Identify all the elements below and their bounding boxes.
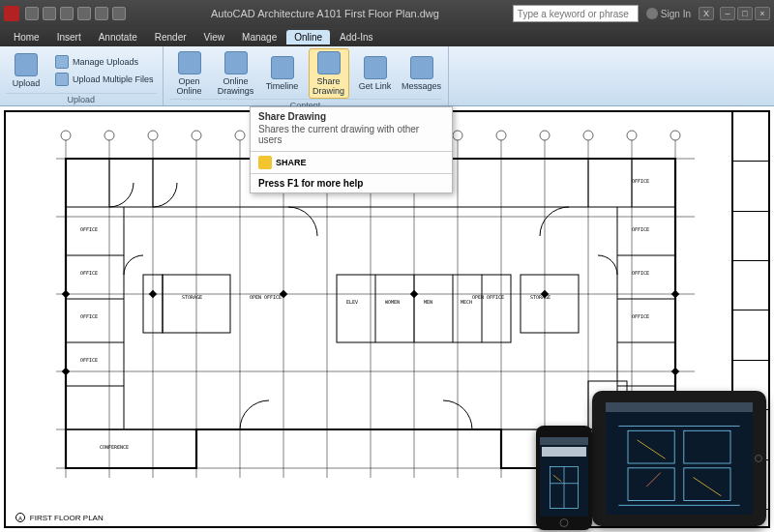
svg-point-31 bbox=[496, 131, 506, 140]
mobile-devices-overlay bbox=[592, 391, 766, 526]
svg-point-24 bbox=[192, 131, 201, 140]
room-label-mech: MECH bbox=[461, 299, 472, 305]
user-icon bbox=[646, 8, 658, 19]
tooltip-title: Share Drawing bbox=[251, 107, 452, 124]
qat-redo-icon[interactable] bbox=[95, 7, 108, 20]
get-link-button[interactable]: Get Link bbox=[355, 53, 396, 94]
svg-point-22 bbox=[104, 131, 114, 140]
tablet-screen bbox=[606, 402, 753, 515]
minimize-button[interactable]: – bbox=[720, 7, 735, 20]
search-input[interactable] bbox=[513, 5, 639, 22]
room-label-office-r1: OFFICE bbox=[632, 178, 649, 184]
phone-device bbox=[536, 426, 592, 530]
svg-rect-53 bbox=[66, 429, 196, 468]
title-bar: AutoCAD Architecture A101 First Floor Pl… bbox=[0, 0, 774, 27]
ribbon: Upload Manage Uploads Upload Multiple Fi… bbox=[0, 46, 774, 106]
globe-drawings-icon bbox=[224, 51, 248, 74]
room-label-office-l2: OFFICE bbox=[80, 270, 98, 276]
room-label-storage: STORAGE bbox=[182, 294, 202, 300]
svg-rect-74 bbox=[684, 468, 730, 501]
close-button[interactable]: × bbox=[755, 7, 770, 20]
timeline-button[interactable]: Timeline bbox=[262, 53, 303, 94]
open-online-button[interactable]: Open Online bbox=[169, 48, 210, 99]
app-logo-icon bbox=[4, 6, 19, 21]
svg-point-34 bbox=[627, 131, 637, 140]
svg-rect-61 bbox=[521, 275, 579, 333]
qat-save-icon[interactable] bbox=[60, 7, 74, 20]
qat-undo-icon[interactable] bbox=[77, 7, 91, 20]
svg-point-25 bbox=[235, 131, 245, 140]
room-label-office-r3: OFFICE bbox=[632, 270, 649, 276]
room-label-office-l1: OFFICE bbox=[80, 226, 98, 232]
tab-home[interactable]: Home bbox=[6, 30, 47, 44]
tab-annotate[interactable]: Annotate bbox=[91, 30, 145, 44]
window-controls: – □ × bbox=[720, 7, 770, 20]
svg-point-21 bbox=[61, 131, 71, 140]
svg-rect-71 bbox=[628, 430, 674, 463]
room-label-women: WOMEN bbox=[385, 299, 400, 305]
svg-rect-66 bbox=[410, 290, 418, 298]
tooltip-share-drawing: Share Drawing Shares the current drawing… bbox=[250, 106, 453, 193]
cloud-upload-icon bbox=[15, 53, 38, 76]
room-label-office-l3: OFFICE bbox=[80, 313, 98, 319]
sign-in-label: Sign In bbox=[661, 9, 691, 19]
online-drawings-button[interactable]: Online Drawings bbox=[216, 48, 256, 99]
maximize-button[interactable]: □ bbox=[737, 7, 753, 20]
svg-rect-54 bbox=[337, 275, 511, 342]
svg-point-32 bbox=[540, 131, 550, 140]
sign-in-button[interactable]: Sign In bbox=[646, 8, 691, 19]
tab-view[interactable]: View bbox=[196, 30, 233, 44]
svg-point-23 bbox=[148, 131, 158, 140]
svg-rect-72 bbox=[684, 430, 730, 463]
qat-new-icon[interactable] bbox=[25, 7, 39, 20]
gear-icon bbox=[55, 55, 69, 69]
room-label-open-office: OPEN OFFICE bbox=[250, 294, 282, 300]
svg-point-33 bbox=[583, 131, 593, 140]
room-label-storage2: STORAGE bbox=[530, 294, 551, 300]
room-label-men: MEN bbox=[424, 299, 432, 305]
room-label-office-l4: OFFICE bbox=[80, 357, 98, 363]
tablet-home-button-icon bbox=[755, 455, 762, 462]
room-label-office-r2: OFFICE bbox=[632, 226, 649, 232]
svg-rect-64 bbox=[149, 290, 157, 298]
ribbon-group-content: Open Online Online Drawings Timeline Sha… bbox=[164, 46, 449, 105]
tab-online[interactable]: Online bbox=[286, 30, 330, 44]
envelope-icon bbox=[410, 56, 433, 79]
tablet-device bbox=[592, 391, 766, 526]
svg-rect-63 bbox=[62, 290, 70, 298]
tab-insert[interactable]: Insert bbox=[49, 30, 89, 44]
quick-access-toolbar bbox=[25, 7, 126, 20]
svg-rect-73 bbox=[628, 468, 674, 501]
room-label-office-r4: OFFICE bbox=[632, 313, 649, 319]
share-badge-icon bbox=[258, 156, 272, 169]
room-label-conference: CONFERENCE bbox=[100, 444, 129, 450]
svg-point-35 bbox=[670, 131, 680, 140]
share-icon bbox=[317, 51, 341, 74]
files-icon bbox=[55, 73, 69, 86]
room-label-open-office2: OPEN OFFICE bbox=[472, 294, 504, 300]
qat-print-icon[interactable] bbox=[112, 7, 126, 20]
ribbon-group-upload: Upload Manage Uploads Upload Multiple Fi… bbox=[0, 46, 164, 105]
upload-multiple-button[interactable]: Upload Multiple Files bbox=[52, 72, 157, 87]
globe-open-icon bbox=[178, 51, 201, 74]
upload-button[interactable]: Upload bbox=[6, 50, 46, 91]
tooltip-help: Press F1 for more help bbox=[251, 173, 452, 192]
share-drawing-button[interactable]: Share Drawing bbox=[309, 48, 349, 99]
svg-rect-69 bbox=[62, 368, 70, 375]
phone-home-button-icon bbox=[560, 518, 569, 527]
tooltip-description: Shares the current drawing with other us… bbox=[251, 124, 452, 151]
tooltip-share-row: SHARE bbox=[251, 152, 452, 173]
svg-point-30 bbox=[453, 131, 462, 140]
tab-manage[interactable]: Manage bbox=[234, 30, 284, 44]
phone-screen bbox=[540, 437, 588, 517]
ribbon-tabs: Home Insert Annotate Render View Manage … bbox=[0, 27, 774, 46]
room-label-elev: ELEV bbox=[346, 299, 358, 305]
tab-addins[interactable]: Add-Ins bbox=[332, 30, 380, 44]
svg-rect-68 bbox=[671, 290, 679, 298]
qat-open-icon[interactable] bbox=[43, 7, 56, 20]
manage-uploads-button[interactable]: Manage Uploads bbox=[52, 54, 157, 70]
messages-button[interactable]: Messages bbox=[402, 53, 442, 94]
tab-render[interactable]: Render bbox=[147, 30, 194, 44]
exchange-icon[interactable]: X bbox=[699, 7, 714, 20]
window-title: AutoCAD Architecture A101 First Floor Pl… bbox=[137, 8, 513, 19]
